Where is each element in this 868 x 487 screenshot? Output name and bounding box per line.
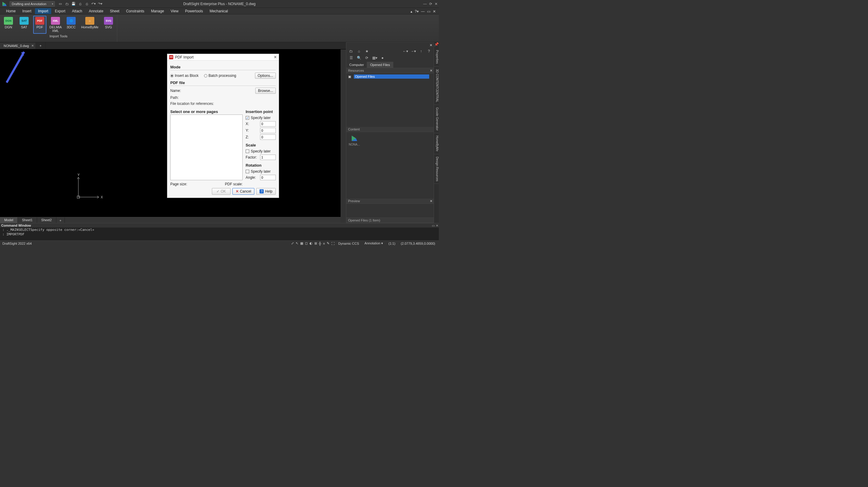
window-refresh-icon[interactable]: ⟳ <box>429 2 432 6</box>
up-icon[interactable]: ↑ <box>418 49 424 54</box>
import-sat-button[interactable]: SATSAT <box>18 16 31 34</box>
window-minimize-icon[interactable]: — <box>423 2 427 6</box>
edge-tab-properties[interactable]: Properties <box>434 48 439 67</box>
refresh-icon[interactable]: ⟳ <box>364 55 370 61</box>
osnap-icon[interactable]: ⊞ <box>314 241 317 245</box>
rotation-specify-later-check[interactable]: Specify later <box>246 170 276 174</box>
scale-specify-later-check[interactable]: Specify later <box>246 149 276 153</box>
edge-tab-design-resources[interactable]: Design Resources <box>434 154 439 184</box>
insertion-specify-later-check[interactable]: ✓Specify later <box>246 116 276 120</box>
preview-close-icon[interactable]: ✕ <box>430 199 433 203</box>
cancel-button[interactable]: ✕Cancel <box>232 188 254 195</box>
layout-tab-model[interactable]: Model <box>0 217 18 223</box>
search-icon[interactable]: 🔍 <box>356 55 362 61</box>
layout-tab-sheet2[interactable]: Sheet2 <box>37 217 56 223</box>
help-dropdown-icon[interactable]: ?▾ <box>415 9 418 13</box>
tab-opened-files[interactable]: Opened Files <box>367 62 393 68</box>
dialog-titlebar[interactable]: PDF Import ✕ <box>167 54 279 61</box>
tab-export[interactable]: Export <box>52 8 68 14</box>
workspace-selector[interactable]: Drafting and Annotation <box>10 1 55 7</box>
document-tab[interactable]: NONAME_0.dwg ✕ <box>0 43 36 49</box>
import-delmia-xml-button[interactable]: XMLDELMIA XML <box>49 16 62 34</box>
open-file-icon[interactable]: 🗀 <box>64 1 69 6</box>
radio-batch[interactable]: Batch processing <box>204 73 236 78</box>
window-close-icon[interactable]: ✕ <box>435 2 438 6</box>
cmd-close-icon[interactable]: ✕ <box>436 224 438 227</box>
tab-sheet[interactable]: Sheet <box>107 8 122 14</box>
tab-annotate[interactable]: Annotate <box>86 8 106 14</box>
edge-tab-homebyme[interactable]: HomeByMe <box>434 133 439 154</box>
doc-close-icon[interactable]: ✕ <box>433 9 436 13</box>
tab-computer[interactable]: Computer <box>346 62 367 68</box>
tab-close-icon[interactable]: ✕ <box>31 44 34 47</box>
forward-icon[interactable]: →▾ <box>410 49 416 54</box>
browse-button[interactable]: Browse... <box>255 88 276 94</box>
cursor-icon[interactable]: ↖ <box>296 241 299 245</box>
y-input[interactable] <box>260 128 276 133</box>
edge-tab-gcode[interactable]: Gcode Generator <box>434 105 439 133</box>
back-icon[interactable]: ←▾ <box>402 49 408 54</box>
redo-icon[interactable]: ↷▾ <box>98 1 102 6</box>
saveall-icon[interactable]: ⎙ <box>78 1 83 6</box>
lineweight-icon[interactable]: ≡ <box>323 242 325 245</box>
ribbon-collapse-icon[interactable]: ▴ <box>410 9 412 13</box>
import-pdf-button[interactable]: PDFPDF <box>33 16 46 34</box>
help-icon[interactable]: ? <box>426 49 432 54</box>
favorite-icon[interactable]: ★ <box>364 49 370 54</box>
grid-icon[interactable]: ▦ <box>300 241 303 245</box>
help-button[interactable]: ?Help <box>256 188 276 195</box>
tab-powertools[interactable]: Powertools <box>182 8 206 14</box>
doc-restore-icon[interactable]: ▭ <box>427 9 430 13</box>
tab-manage[interactable]: Manage <box>148 8 167 14</box>
dialog-close-icon[interactable]: ✕ <box>274 55 277 59</box>
import-dgn-button[interactable]: DGNDGN <box>2 16 15 34</box>
tab-constraints[interactable]: Constraints <box>123 8 147 14</box>
cmd-restore-icon[interactable]: ▭ <box>432 224 435 227</box>
import-3dcc-button[interactable]: 🌐3DCC <box>64 16 78 34</box>
tree-node-opened-files[interactable]: Opened Files <box>354 74 429 79</box>
tab-insert[interactable]: Insert <box>19 8 34 14</box>
print-icon[interactable]: ⎙ <box>84 1 89 6</box>
tab-home[interactable]: Home <box>3 8 19 14</box>
pin-icon[interactable]: 📌 <box>434 42 439 48</box>
tab-view[interactable]: View <box>167 8 181 14</box>
import-homebyme-button[interactable]: ⌂HomeByMe <box>80 16 99 34</box>
anno-icon[interactable]: ✎ <box>327 241 330 245</box>
save-icon[interactable]: 💾 <box>71 1 76 6</box>
new-tab-button[interactable]: ＋ <box>36 42 45 49</box>
view-mode-icon[interactable]: ▦▾ <box>372 55 378 61</box>
radio-insert-block[interactable]: Insert as Block <box>170 73 198 78</box>
angle-input[interactable] <box>260 175 276 180</box>
record-icon[interactable]: ● <box>379 55 385 61</box>
tab-attach[interactable]: Attach <box>69 8 85 14</box>
dynccs-icon[interactable]: ⛶ <box>331 242 335 245</box>
polar-icon[interactable]: ◐ <box>310 241 313 245</box>
new-file-icon[interactable]: ▭ <box>58 1 63 6</box>
tree-icon[interactable]: ☰ <box>348 55 354 61</box>
ortho-icon[interactable]: ◻ <box>305 241 308 245</box>
edge-tab-3dcontentcentral[interactable]: 3D CONTENTCENTRAL <box>434 67 439 105</box>
pages-listbox[interactable] <box>170 115 243 180</box>
home-icon[interactable]: ⌂ <box>356 49 362 54</box>
ccs-selector[interactable]: Dynamic CCS <box>336 242 361 245</box>
z-input[interactable] <box>260 134 276 140</box>
otrack-icon[interactable]: ╬ <box>319 242 321 245</box>
doc-min-icon[interactable]: — <box>421 9 425 13</box>
resources-tree[interactable]: ▣ Opened Files <box>346 73 434 127</box>
layout-tab-add[interactable]: ＋ <box>56 217 65 223</box>
section-close-icon[interactable]: ✕ <box>430 69 433 72</box>
layout-tab-sheet1[interactable]: Sheet1 <box>18 217 37 223</box>
tab-import[interactable]: Import <box>35 8 51 14</box>
snapmode-icon[interactable]: ⤢ <box>291 241 294 245</box>
folder-icon[interactable]: 🗀 <box>348 49 354 54</box>
content-item[interactable]: NONA... <box>349 134 360 146</box>
scale-selector[interactable]: Annotation ▾ <box>363 241 385 245</box>
factor-input[interactable] <box>260 155 276 160</box>
options-button[interactable]: Options... <box>255 72 276 79</box>
x-input[interactable] <box>260 121 276 127</box>
import-svg-button[interactable]: SVGSVG <box>102 16 115 34</box>
command-input-line[interactable]: : IMPORTPDF <box>0 232 439 237</box>
panel-close-icon[interactable]: ✕ <box>430 43 433 47</box>
undo-icon[interactable]: ↶▾ <box>91 1 96 6</box>
tab-mechanical[interactable]: Mechanical <box>207 8 231 14</box>
